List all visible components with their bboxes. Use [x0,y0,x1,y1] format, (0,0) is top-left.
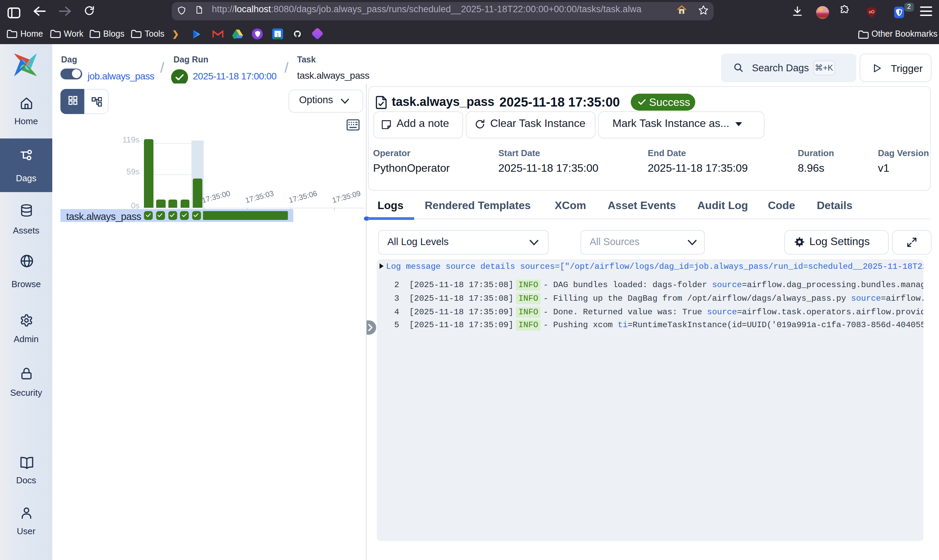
svg-text:uO: uO [869,9,874,14]
svg-text:1: 1 [276,32,279,37]
